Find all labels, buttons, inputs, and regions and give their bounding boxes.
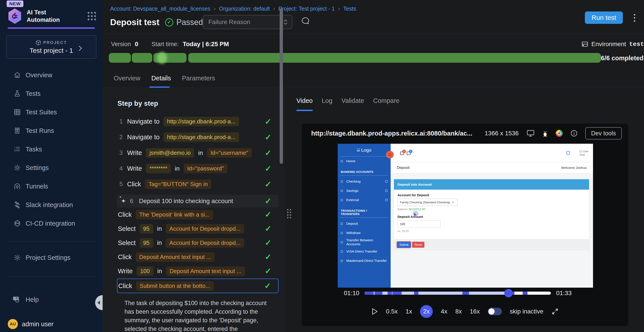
brand-divider [8,27,95,29]
sidebar-item-tests[interactable]: Tests [0,84,103,103]
panel-resize-handle[interactable] [287,209,291,218]
sidebar-item-cicd[interactable]: CI-CD integration [0,214,103,233]
step-target-chip: Deposit Amount text input ... [166,266,245,276]
skip-inactive-toggle[interactable] [488,308,502,315]
sidebar-item-help[interactable]: ? Help [0,290,103,309]
broken-avatar-alt: User Avat [579,150,590,156]
breadcrumb-tests[interactable]: Tests [343,6,356,12]
bank-logo: Logo [340,144,388,156]
step-summary-text: The task of depositing $100 into the che… [124,299,268,332]
substep-row-2[interactable]: Select 95 in Account for Deposit dropd..… [117,222,278,236]
select-chevrons-icon [283,19,288,26]
current-time: 01:10 [344,290,359,297]
tab-parameters[interactable]: Parameters [182,74,215,87]
step-target-chip: Tag="BUTTON" Sign in [145,180,212,189]
user-menu[interactable]: AU admin user [0,318,103,331]
sidebar-item-project-settings[interactable]: Project Settings [0,248,103,267]
collapse-arrow-icon [97,301,100,305]
speed-2x-active[interactable]: 2x [420,305,433,318]
breadcrumb-account[interactable]: Account: Devspace_all_module_licenses [110,6,210,12]
project-selector[interactable]: PROJECT Test project - 1 [6,35,96,59]
bank-nav-transfer: Transfer Between Accounts [338,238,391,247]
speed-0-5x[interactable]: 0.5x [386,308,398,315]
check-icon: ✓ [265,238,272,248]
sidebar-item-test-suites[interactable]: Test Suites [0,103,103,122]
video-url: http://stage.dbank.prod-apps.relicx.ai:8… [311,130,472,137]
speed-16x[interactable]: 16x [470,308,480,315]
help-chat-icon: ? [13,296,21,303]
bank-nav-home: Home [338,156,391,166]
columns-icon [14,127,21,134]
gear-icon [14,254,21,261]
bank-amount-label: Deposit Amount [398,215,586,218]
tab-overview[interactable]: Overview [114,74,140,87]
info-icon[interactable] [570,130,578,137]
step-row-5[interactable]: 5 Click Tag="BUTTON" Sign in ✓ [117,176,278,192]
play-icon[interactable] [372,308,378,315]
monitor-icon [526,130,534,137]
step-action: Select [118,239,136,246]
tab-compare[interactable]: Compare [373,97,400,109]
breadcrumb-project[interactable]: Project: Test project - 1 [278,6,334,12]
comment-icon[interactable] [301,17,310,26]
sidebar-item-tasks[interactable]: Tasks [0,140,103,158]
step-row-3[interactable]: 3 Write jsmith@demo.io in Id="username" … [117,145,278,161]
step-row-2[interactable]: 2 Navigate to http://stage.dbank.prod-a.… [117,129,278,145]
speed-8x[interactable]: 8x [455,308,462,315]
bank-balance: Balance: $1223712.50 [398,208,586,211]
video-frame[interactable]: Logo Home BANKING ACCOUNTS Checking Savi… [338,144,593,288]
tab-validate[interactable]: Validate [342,97,364,109]
step-group-header[interactable]: ✦✦ 6 Deposit 100 into checking account ✓ [117,195,278,208]
ai-sparkle-icon: ✦✦ [121,198,126,205]
flask-icon [14,90,21,97]
failure-reason-select[interactable]: Failure Reason [203,15,292,29]
step-connector: in [175,165,180,172]
apps-grid-icon[interactable] [88,12,96,20]
timeline-track[interactable] [364,292,551,295]
box-icon [36,40,41,46]
tab-details[interactable]: Details [152,74,171,87]
step-target-chip: Account for Deposit dropd... [166,238,244,248]
step-value-chip: 100 [136,266,153,276]
speed-1x[interactable]: 1x [406,308,412,315]
run-test-button[interactable]: Run test [585,12,623,24]
timeline-played [364,292,508,295]
header-divider [103,34,644,34]
step-row-4[interactable]: 4 Write ******** in Id="password" ✓ [117,161,278,176]
breadcrumb-separator: › [214,5,216,12]
step-value-chip: ******** [146,164,171,173]
substep-row-1[interactable]: Click The 'Deposit' link with a si... ✓ [117,208,278,222]
speed-4x[interactable]: 4x [441,308,447,315]
app-title: AI Test Automation [27,8,73,24]
substep-row-3[interactable]: Select 95 in Account for Deposit dropd..… [117,236,278,250]
progress-segment [109,53,131,63]
slack-icon [14,201,21,208]
timeline-marker [522,292,528,295]
sidebar-item-test-runs[interactable]: Test Runs [0,122,103,140]
fullscreen-icon[interactable] [551,308,559,315]
tab-log[interactable]: Log [322,97,332,109]
sidebar-item-tunnels[interactable]: Tunnels [0,177,103,196]
sidebar-item-slack[interactable]: Slack integration [0,196,103,214]
step-row-1[interactable]: 1 Navigate to http://stage.dbank.prod-a.… [117,114,278,129]
check-icon: ✓ [265,180,272,189]
substep-row-4[interactable]: Click Deposit Amount text input ... ✓ [117,250,278,264]
tab-video[interactable]: Video [296,97,313,109]
sidebar-item-settings[interactable]: Settings [0,158,103,177]
tunnel-icon [14,183,21,190]
step-number: 3 [117,150,123,156]
substep-row-5[interactable]: Write 100 in Deposit Amount text input .… [117,264,278,278]
substep-row-6-selected[interactable]: Click Submit button at the botto... ✓ [117,278,278,293]
steps-scrollbar[interactable] [280,8,283,164]
breadcrumb-organization[interactable]: Organization: default [219,6,270,12]
avatar: AU [8,319,18,329]
check-icon: ✓ [265,196,272,206]
video-url-bar: http://stage.dbank.prod-apps.relicx.ai:8… [311,124,623,143]
step-number: 2 [117,134,123,140]
more-options-icon[interactable] [634,14,635,22]
check-icon: ✓ [265,148,272,158]
progress-count: 6/6 completed [601,54,644,62]
sidebar-item-overview[interactable]: Overview [0,66,103,84]
cicd-icon [14,220,21,227]
devtools-button[interactable]: Dev tools [585,127,622,140]
